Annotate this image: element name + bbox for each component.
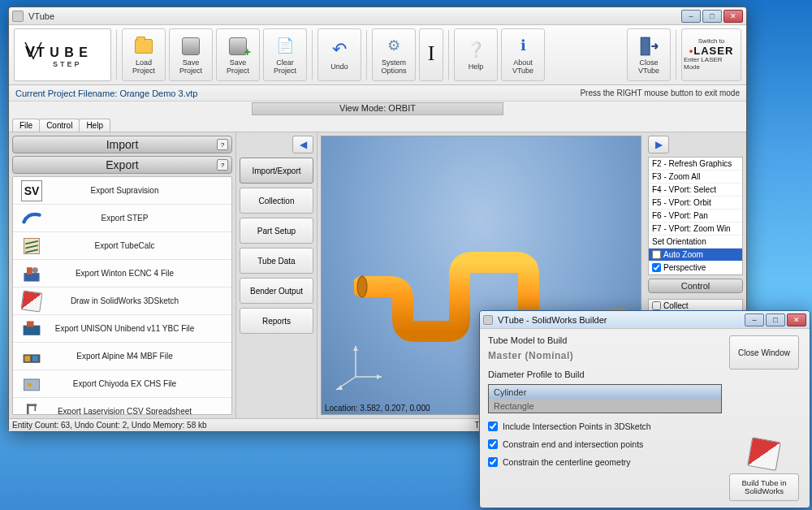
laser-mode-button[interactable]: Switch to •LASER Enter LASER Mode bbox=[681, 28, 741, 81]
auto-zoom-checkbox[interactable] bbox=[652, 250, 661, 259]
export-help-icon[interactable]: ? bbox=[217, 159, 228, 171]
cmm-icon bbox=[13, 398, 50, 415]
export-header[interactable]: Export? bbox=[12, 156, 232, 174]
machine-icon bbox=[13, 260, 50, 287]
undo-button[interactable]: ↶Undo bbox=[317, 28, 361, 81]
app-icon bbox=[12, 11, 24, 22]
axis-gizmo bbox=[331, 336, 388, 393]
solidworks-cube-icon bbox=[747, 437, 781, 471]
check-constrain-end[interactable]: Constrain end and intersection points bbox=[488, 439, 722, 449]
profile-rectangle[interactable]: Rectangle bbox=[489, 399, 721, 413]
nav-collection[interactable]: Collection bbox=[240, 188, 313, 214]
ribbon-toolbar: VT U B ESTEP LoadProject SaveProject +Sa… bbox=[9, 25, 746, 85]
info-icon: ℹ bbox=[512, 35, 534, 58]
export-supravision[interactable]: SVExport Supravision bbox=[13, 177, 231, 205]
auto-zoom-row[interactable]: Auto Zoom bbox=[649, 249, 742, 261]
export-unison[interactable]: Export UNISON Unibend v11 YBC File bbox=[13, 315, 231, 343]
sv-icon: SV bbox=[13, 177, 50, 204]
system-options-button[interactable]: ⚙SystemOptions bbox=[372, 28, 416, 81]
tab-help[interactable]: Help bbox=[79, 119, 110, 132]
laser-icon: •LASER bbox=[689, 45, 734, 57]
svg-point-14 bbox=[28, 382, 32, 387]
f4-vport-select[interactable]: F4 - VPort: Select bbox=[649, 184, 742, 197]
check-intersection-points[interactable]: Include Intersection Points in 3DSketch bbox=[488, 421, 722, 431]
chiyoda-icon bbox=[13, 370, 50, 397]
dialog-close-button[interactable]: ✕ bbox=[787, 313, 806, 326]
clear-project-button[interactable]: 📄ClearProject bbox=[263, 28, 307, 81]
help-button[interactable]: ❔Help bbox=[454, 28, 498, 81]
maximize-button[interactable]: □ bbox=[702, 10, 722, 23]
set-orientation[interactable]: Set Orientation bbox=[649, 236, 742, 249]
menu-tabs: File Control Help bbox=[9, 116, 746, 132]
dialog-title: VTube - SolidWorks Builder bbox=[498, 315, 607, 325]
collect-checkbox[interactable] bbox=[652, 301, 661, 310]
dialog-icon bbox=[483, 315, 493, 325]
build-tube-button[interactable]: Build Tube in SolidWorks bbox=[729, 473, 799, 501]
draw-solidworks[interactable]: Draw in SolidWorks 3DSketch bbox=[13, 287, 231, 315]
close-vtube-button[interactable]: CloseVTube bbox=[627, 28, 671, 81]
export-step[interactable]: Export STEP bbox=[13, 205, 231, 232]
tab-control[interactable]: Control bbox=[39, 119, 80, 132]
f3-zoom-all[interactable]: F3 - Zoom All bbox=[649, 171, 742, 184]
svg-rect-12 bbox=[32, 356, 38, 361]
clear-icon: 📄 bbox=[274, 35, 296, 58]
svg-marker-24 bbox=[353, 346, 358, 351]
view-mode-indicator: View Mode: ORBIT bbox=[252, 102, 503, 115]
nav-part-setup[interactable]: Part Setup bbox=[240, 218, 313, 244]
f2-refresh[interactable]: F2 - Refresh Graphics bbox=[649, 158, 742, 171]
svg-point-7 bbox=[32, 267, 38, 273]
dialog-minimize-button[interactable]: – bbox=[745, 313, 764, 326]
export-chiyoda[interactable]: Export Chiyoda EX CHS File bbox=[13, 370, 231, 398]
svg-rect-9 bbox=[27, 321, 34, 326]
tube-icon bbox=[13, 205, 50, 231]
svg-rect-8 bbox=[24, 325, 41, 335]
import-header[interactable]: Import? bbox=[12, 136, 232, 153]
undo-icon: ↶ bbox=[328, 39, 351, 62]
export-laservision[interactable]: Export Laservision CSV Spreadsheet bbox=[13, 398, 231, 415]
export-winton[interactable]: Export Winton ECNC 4 File bbox=[13, 260, 231, 287]
collapse-left-button[interactable]: ◀ bbox=[292, 136, 313, 153]
folder-open-icon bbox=[135, 39, 153, 54]
load-project-button[interactable]: LoadProject bbox=[122, 28, 166, 81]
main-titlebar[interactable]: VTube – □ ✕ bbox=[9, 7, 746, 25]
arrow-left-icon: ◀ bbox=[300, 139, 307, 150]
export-list: SVExport Supravision Export STEP Export … bbox=[12, 176, 232, 415]
mid-nav-panel: ◀ Import/Export Collection Part Setup Tu… bbox=[236, 132, 317, 418]
save-project-as-button[interactable]: +SaveProject bbox=[216, 28, 260, 81]
dialog-maximize-button[interactable]: □ bbox=[766, 313, 785, 326]
f6-vport-pan[interactable]: F6 - VPort: Pan bbox=[649, 210, 742, 223]
profile-listbox[interactable]: Cylinder Rectangle bbox=[488, 384, 722, 413]
profile-cylinder[interactable]: Cylinder bbox=[489, 385, 721, 399]
text-cursor-icon: I bbox=[420, 43, 443, 66]
close-button[interactable]: ✕ bbox=[723, 10, 743, 23]
tab-file[interactable]: File bbox=[12, 119, 40, 132]
check-constrain-centerline[interactable]: Constrain the centerline geometry bbox=[488, 457, 722, 467]
minimize-button[interactable]: – bbox=[681, 10, 701, 23]
nav-bender-output[interactable]: Bender Output bbox=[240, 278, 313, 304]
save-icon bbox=[182, 37, 200, 55]
svg-rect-3 bbox=[641, 37, 650, 55]
project-filename-bar: Current Project Filename: Orange Demo 3.… bbox=[9, 85, 746, 102]
text-cursor-button[interactable]: I bbox=[419, 28, 443, 81]
close-window-button[interactable]: Close Window bbox=[729, 335, 799, 370]
about-button[interactable]: ℹAboutVTube bbox=[501, 28, 545, 81]
perspective-checkbox[interactable] bbox=[652, 263, 661, 272]
dialog-body: Tube Model to Build Master (Nominal) Dia… bbox=[480, 329, 810, 508]
perspective-row[interactable]: Perspective bbox=[649, 261, 742, 274]
import-help-icon[interactable]: ? bbox=[217, 139, 228, 150]
nav-reports[interactable]: Reports bbox=[240, 308, 313, 334]
svg-point-19 bbox=[357, 276, 367, 297]
help-icon: ❔ bbox=[464, 39, 487, 62]
export-alpine[interactable]: Export Alpine M4 MBF File bbox=[13, 343, 231, 370]
control-header[interactable]: Control bbox=[648, 279, 743, 293]
f5-vport-orbit[interactable]: F5 - VPort: Orbit bbox=[649, 197, 742, 210]
nav-import-export[interactable]: Import/Export bbox=[240, 158, 313, 184]
save-project-button[interactable]: SaveProject bbox=[169, 28, 213, 81]
collapse-right-button[interactable]: ▶ bbox=[648, 136, 669, 153]
dialog-titlebar[interactable]: VTube - SolidWorks Builder – □ ✕ bbox=[480, 311, 810, 329]
export-tubecalc[interactable]: Export TubeCalc bbox=[13, 232, 231, 260]
door-exit-icon bbox=[637, 35, 660, 58]
gear-icon: ⚙ bbox=[382, 35, 405, 58]
nav-tube-data[interactable]: Tube Data bbox=[240, 248, 313, 274]
f7-vport-zoom-win[interactable]: F7 - VPort: Zoom Win bbox=[649, 223, 742, 236]
